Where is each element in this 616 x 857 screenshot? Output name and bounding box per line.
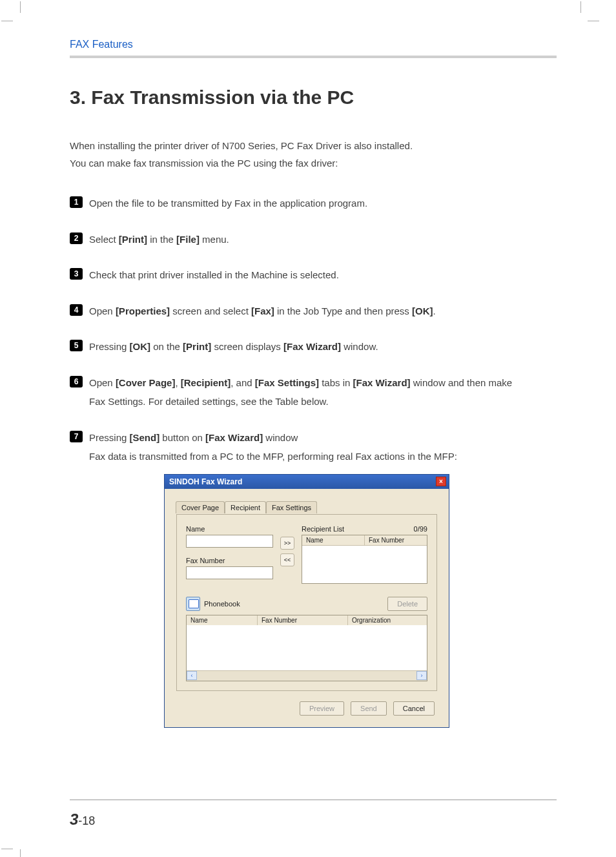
step-badge: 4 bbox=[70, 304, 83, 316]
delete-button[interactable]: Delete bbox=[387, 597, 427, 611]
dialog-title: SINDOH Fax Wizard bbox=[169, 477, 242, 486]
footer-rule bbox=[70, 800, 557, 800]
step-badge: 1 bbox=[70, 196, 83, 208]
cancel-button[interactable]: Cancel bbox=[393, 701, 435, 716]
col-name[interactable]: Name bbox=[302, 535, 365, 545]
step-badge: 5 bbox=[70, 340, 83, 351]
step7-line2: Fax data is transmitted from a PC to the… bbox=[89, 448, 457, 465]
pb-col-fax-number[interactable]: Fax Number bbox=[258, 615, 348, 625]
preview-button[interactable]: Preview bbox=[300, 701, 344, 716]
page-number: 3-18 bbox=[70, 811, 95, 829]
send-button[interactable]: Send bbox=[351, 701, 387, 716]
intro-block: When installing the printer driver of N7… bbox=[70, 137, 557, 172]
tab-bar: Cover Page Recipient Fax Settings bbox=[176, 501, 437, 513]
recipient-count: 0/99 bbox=[414, 525, 427, 533]
name-input[interactable] bbox=[186, 535, 273, 548]
intro-line2: You can make fax transmission via the PC… bbox=[70, 154, 557, 172]
tab-recipient[interactable]: Recipient bbox=[225, 501, 266, 513]
close-icon: × bbox=[439, 477, 443, 486]
scroll-left-button[interactable]: ‹ bbox=[187, 671, 197, 680]
recipient-listbox[interactable]: Name Fax Number bbox=[302, 535, 427, 584]
step-text: Check that print driver installed in the… bbox=[89, 269, 339, 280]
close-button[interactable]: × bbox=[436, 477, 446, 486]
step-text: Open the file to be transmitted by Fax i… bbox=[89, 198, 367, 209]
step-badge: 6 bbox=[70, 376, 83, 387]
step-4: 4 Open [Properties] screen and select [F… bbox=[70, 303, 557, 320]
horizontal-scrollbar[interactable]: ‹ › bbox=[187, 670, 427, 681]
add-recipient-button[interactable]: >> bbox=[280, 537, 294, 550]
fax-wizard-dialog: SINDOH Fax Wizard × Cover Page Recipient… bbox=[164, 474, 449, 728]
tab-panel: Name Fax Number >> << Recipien bbox=[176, 514, 437, 691]
step-badge: 7 bbox=[70, 431, 83, 442]
step-5: 5 Pressing [OK] on the [Print] screen di… bbox=[70, 338, 557, 355]
fax-number-label: Fax Number bbox=[186, 557, 273, 564]
step-badge: 3 bbox=[70, 268, 83, 280]
fax-number-input[interactable] bbox=[186, 566, 273, 579]
header-rule bbox=[70, 56, 557, 58]
page-title: 3. Fax Transmission via the PC bbox=[70, 87, 557, 108]
step-3: 3 Check that print driver installed in t… bbox=[70, 267, 557, 284]
phonebook-table[interactable]: Name Fax Number Orgranization ‹ › bbox=[186, 615, 427, 681]
phonebook-label: Phonebook bbox=[204, 600, 240, 608]
step-2: 2 Select [Print] in the [File] menu. bbox=[70, 231, 557, 248]
remove-recipient-button[interactable]: << bbox=[280, 553, 294, 566]
tab-fax-settings[interactable]: Fax Settings bbox=[266, 501, 317, 513]
tab-cover-page[interactable]: Cover Page bbox=[176, 501, 225, 513]
col-fax-number[interactable]: Fax Number bbox=[365, 535, 427, 545]
step-1: 1 Open the file to be transmitted by Fax… bbox=[70, 195, 557, 212]
step-7: 7 Pressing [Send] button on [Fax Wizard]… bbox=[70, 429, 557, 465]
section-header: FAX Features bbox=[70, 39, 557, 50]
pb-col-name[interactable]: Name bbox=[187, 615, 258, 625]
step-6: 6 Open [Cover Page], [Recipient], and [F… bbox=[70, 375, 557, 410]
phonebook-icon[interactable] bbox=[186, 597, 200, 611]
step6-line2: Fax Settings. For detailed settings, see… bbox=[89, 393, 512, 410]
dialog-titlebar[interactable]: SINDOH Fax Wizard × bbox=[165, 475, 449, 489]
step-badge: 2 bbox=[70, 232, 83, 244]
name-label: Name bbox=[186, 525, 273, 533]
recipient-list-label: Recipient List bbox=[302, 525, 344, 533]
intro-line1: When installing the printer driver of N7… bbox=[70, 137, 557, 154]
pb-col-organization[interactable]: Orgranization bbox=[348, 615, 427, 625]
scroll-right-button[interactable]: › bbox=[416, 671, 427, 680]
